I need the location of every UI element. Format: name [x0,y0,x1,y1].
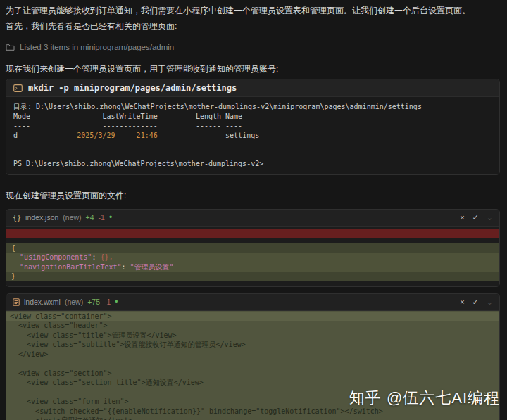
folder-icon [6,44,15,51]
accept-check-icon[interactable]: ✓ [472,298,479,306]
assistant-message-2: 首先，我们先看看是否已经有相关的管理页面: [6,20,500,33]
file-time: 21:46 [137,132,158,139]
code-line: "navigationBarTitleText": "管理员设置" [6,262,499,272]
file-name: settings [225,132,259,139]
unsaved-dot-icon: • [115,299,118,305]
assistant-message-1: 为了让管理员能够接收到订单通知，我们需要在小程序中创建一个管理员设置表和管理页面… [6,4,500,18]
file-new-badge: (new) [63,213,81,222]
file-date: 2025/3/29 [77,132,115,139]
terminal-output-line: 目录: D:\Users\shibo.zhong\WeChatProjects\… [13,102,492,112]
close-icon[interactable]: × [460,214,464,222]
code-line: <view class="title">管理员设置</view> [6,331,499,341]
file-name-label[interactable]: index.wxml [24,298,61,306]
collapse-chevron-icon[interactable]: ⌄ [487,298,493,306]
json-diff-body: { "usingComponents": {}, "navigationBarT… [6,227,499,286]
code-line: <view class="section"> [6,369,499,378]
terminal-prompt: PS D:\Users\shibo.zhong\WeChatProjects\m… [13,159,492,169]
assistant-message-4: 现在创建管理员设置页面的文件: [6,189,500,203]
terminal-output-line: ---- ------------- ------ ---- [13,121,492,131]
file-name-label[interactable]: index.json [25,213,58,222]
removed-count: -1 [104,298,111,306]
file-diff-wxml-header: index.wxml (new) +75 -1 • × ✓ ⌄ [6,294,499,311]
file-diff-json: {} index.json (new) +4 -1 • × ✓ ⌄ { "usi… [6,209,500,287]
terminal-icon [13,84,23,92]
code-line [6,359,499,369]
file-diff-json-header: {} index.json (new) +4 -1 • × ✓ ⌄ [6,210,499,227]
assistant-message-3: 现在我们来创建一个管理员设置页面，用于管理能收到通知的管理员账号: [6,63,500,76]
code-line: <view class="section-title">通知设置</view> [6,378,499,388]
deleted-line [6,229,499,238]
code-line: <view class="container"> [6,312,499,322]
collapse-chevron-icon[interactable]: ⌄ [487,214,493,222]
unsaved-dot-icon: • [109,215,112,220]
removed-count: -1 [99,213,105,222]
code-line: <view class="subtitle">设置能接收订单通知的管理员</vi… [6,340,499,350]
terminal-output-blank [13,140,492,150]
accept-check-icon[interactable]: ✓ [472,214,479,222]
file-new-badge: (new) [65,298,83,306]
terminal-output: 目录: D:\Users\shibo.zhong\WeChatProjects\… [6,97,499,174]
terminal-output-line: d----- 2025/3/29 21:46 settings [13,131,492,141]
json-file-icon: {} [13,214,21,222]
terminal-command-text: mkdir -p miniprogram/pages/admin/setting… [28,83,237,93]
close-icon[interactable]: × [460,298,464,306]
code-line: </view> [6,350,499,359]
terminal-block: mkdir -p miniprogram/pages/admin/setting… [6,79,500,175]
added-count: +75 [87,298,100,306]
terminal-output-blank [13,150,492,160]
code-line: } [6,272,499,281]
chat-panel: 为了让管理员能够接收到订单通知，我们需要在小程序中创建一个管理员设置表和管理页面… [0,0,507,420]
code-line: "usingComponents": {}, [6,253,499,262]
zhihu-watermark: 知乎 @伍六七AI编程 [349,388,500,409]
added-count: +4 [86,213,94,222]
tool-result-listed[interactable]: Listed 3 items in miniprogram/pages/admi… [6,43,500,51]
code-line: <view class="header"> [6,321,499,331]
code-line: <text>启用订单通知</text> [6,416,499,420]
tool-result-text: Listed 3 items in miniprogram/pages/admi… [20,43,174,51]
code-line: { [6,243,499,253]
terminal-output-line: Mode LastWriteTime Length Name [13,112,492,122]
terminal-command-row: mkdir -p miniprogram/pages/admin/setting… [6,79,499,97]
wxml-file-icon [13,298,20,306]
